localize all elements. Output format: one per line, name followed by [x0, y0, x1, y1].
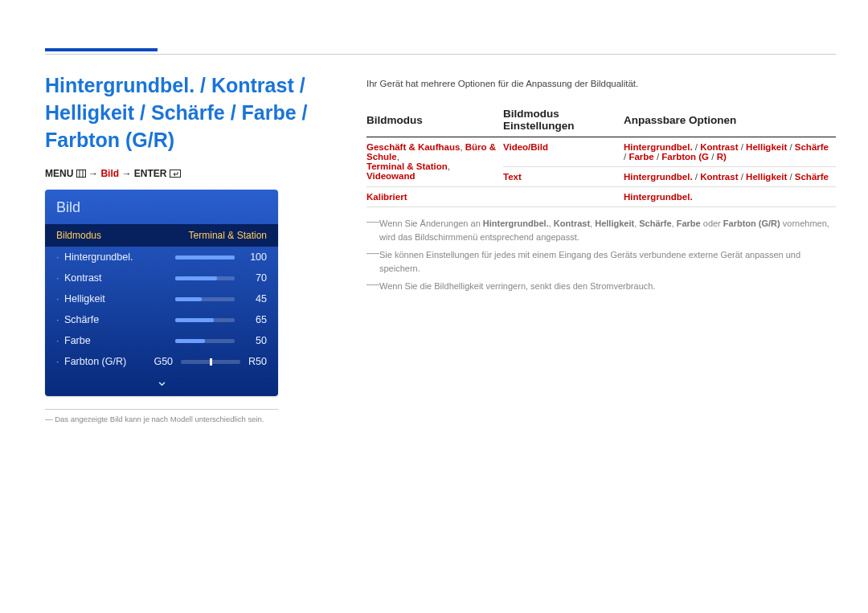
- table-cell: Kalibriert: [366, 187, 503, 207]
- page-title: Hintergrundbel. / Kontrast / Helligkeit …: [45, 72, 342, 153]
- osd-row-value: 100: [243, 251, 267, 263]
- osd-panel: Bild Bildmodus Terminal & Station ·Hinte…: [45, 190, 278, 396]
- table-cell: [503, 187, 624, 207]
- osd-row-name: Helligkeit: [64, 293, 175, 304]
- header-divider: [45, 54, 836, 55]
- breadcrumb-enter: ENTER: [134, 168, 167, 179]
- left-column: Hintergrundbel. / Kontrast / Helligkeit …: [45, 72, 342, 423]
- bullet-icon: ·: [56, 293, 64, 304]
- table-cell: Hintergrundbel.: [624, 187, 836, 207]
- osd-selected-row[interactable]: Bildmodus Terminal & Station: [45, 224, 278, 247]
- osd-row-value: 70: [243, 272, 267, 284]
- table-cell: Hintergrundbel. / Kontrast / Helligkeit …: [624, 137, 836, 167]
- osd-r-value: R50: [248, 356, 267, 367]
- osd-row-name: Farbton (G/R): [64, 356, 154, 367]
- bullet-icon: ·: [56, 251, 64, 263]
- osd-slider-track[interactable]: [175, 339, 235, 343]
- table-header: Bildmodus: [366, 104, 503, 137]
- footnote: ― Das angezeigte Bild kann je nach Model…: [45, 415, 342, 423]
- footnote-marker: ―: [45, 415, 53, 423]
- chevron-down-icon[interactable]: ⌄: [45, 372, 278, 391]
- table-row: Geschäft & Kaufhaus, Büro & Schule,Termi…: [366, 137, 836, 167]
- footnote-text: Das angezeigte Bild kann je nach Modell …: [55, 415, 264, 423]
- bullet-icon: ·: [56, 272, 64, 284]
- osd-gr-track[interactable]: [181, 360, 240, 364]
- osd-slider-track[interactable]: [175, 255, 235, 260]
- osd-slider-fill: [175, 255, 235, 260]
- osd-slider-track[interactable]: [175, 276, 235, 280]
- osd-g-value: G50: [154, 356, 173, 367]
- osd-slider-fill: [175, 276, 217, 280]
- osd-slider-track[interactable]: [175, 297, 235, 301]
- breadcrumb-bild: Bild: [100, 168, 119, 179]
- header-accent-bar: [45, 48, 158, 51]
- osd-row[interactable]: ·Schärfe65: [45, 309, 278, 330]
- osd-row[interactable]: ·Farbe50: [45, 330, 278, 351]
- osd-row-value: 50: [243, 335, 267, 346]
- table-row: KalibriertHintergrundbel.: [366, 187, 836, 207]
- svg-rect-0: [76, 170, 85, 178]
- osd-row[interactable]: ·Hintergrundbel.100: [45, 247, 278, 268]
- osd-row-name: Farbe: [64, 335, 175, 346]
- table-cell: Text: [503, 167, 624, 187]
- osd-slider-fill: [175, 297, 202, 301]
- osd-slider-fill: [175, 339, 205, 343]
- right-column: Ihr Gerät hat mehrere Optionen für die A…: [366, 79, 836, 293]
- notes: ―Wenn Sie Änderungen an Hintergrundbel.,…: [366, 217, 836, 293]
- osd-row-name: Kontrast: [64, 272, 175, 284]
- bullet-icon: ·: [56, 335, 64, 346]
- note-item: ―Wenn Sie Änderungen an Hintergrundbel.,…: [366, 217, 836, 243]
- dash-icon: ―: [366, 280, 379, 289]
- breadcrumb-sep: →: [88, 168, 98, 179]
- osd-row-value: 65: [243, 314, 267, 325]
- breadcrumb-menu: MENU: [45, 168, 73, 179]
- osd-row-value: 45: [243, 293, 267, 304]
- osd-selected-value: Terminal & Station: [189, 230, 267, 241]
- enter-key-icon: [170, 169, 181, 180]
- osd-row-farbton[interactable]: · Farbton (G/R) G50 R50: [45, 351, 278, 372]
- osd-slider-track[interactable]: [175, 318, 235, 322]
- table-cell: Video/Bild: [503, 137, 624, 167]
- bullet-icon: ·: [56, 314, 64, 325]
- menu-grid-icon: [76, 169, 86, 180]
- osd-row[interactable]: ·Helligkeit45: [45, 288, 278, 309]
- bullet-icon: ·: [56, 356, 64, 367]
- dash-icon: ―: [366, 217, 379, 227]
- svg-rect-3: [170, 170, 180, 178]
- table-header: Anpassbare Optionen: [624, 104, 836, 137]
- note-item: ―Wenn Sie die Bildhelligkeit verringern,…: [366, 280, 836, 293]
- note-item: ―Sie können Einstellungen für jedes mit …: [366, 248, 836, 275]
- slider-thumb-icon: [210, 358, 212, 366]
- osd-selected-label: Bildmodus: [56, 230, 189, 241]
- dash-icon: ―: [366, 248, 379, 258]
- osd-row-name: Schärfe: [64, 314, 175, 325]
- footnote-divider: [45, 409, 278, 410]
- table-cell: Hintergrundbel. / Kontrast / Helligkeit …: [624, 167, 836, 187]
- intro-text: Ihr Gerät hat mehrere Optionen für die A…: [366, 79, 836, 88]
- table-header: Bildmodus Einstellungen: [503, 104, 624, 137]
- breadcrumb-sep: →: [121, 168, 131, 179]
- osd-row-name: Hintergrundbel.: [64, 251, 175, 263]
- osd-title: Bild: [45, 190, 278, 224]
- osd-slider-fill: [175, 318, 214, 322]
- osd-row[interactable]: ·Kontrast70: [45, 268, 278, 288]
- breadcrumb: MENU → Bild → ENTER: [45, 168, 342, 180]
- options-table: Bildmodus Bildmodus Einstellungen Anpass…: [366, 104, 836, 207]
- table-cell: Geschäft & Kaufhaus, Büro & Schule,Termi…: [366, 137, 503, 187]
